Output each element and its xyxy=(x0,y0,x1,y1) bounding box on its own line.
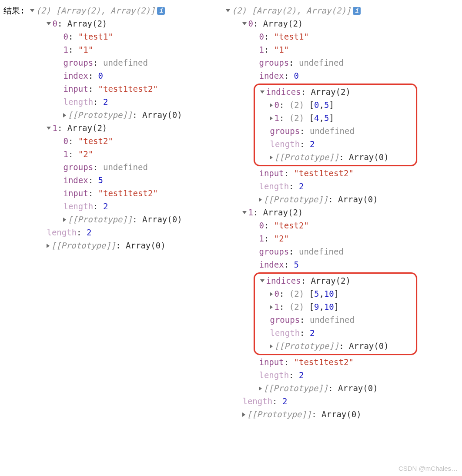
property-input: input: "test1test2" xyxy=(30,187,221,200)
array-row-header[interactable]: 0: Array(2) xyxy=(226,17,417,30)
array-value: 0: "test1" xyxy=(226,30,417,44)
property-length: length: 2 xyxy=(30,96,221,109)
property-groups: groups: undefined xyxy=(255,125,415,138)
property-length: length: 2 xyxy=(255,327,415,340)
property-length: length: 2 xyxy=(30,226,221,239)
array-value: 1: "1" xyxy=(30,44,221,57)
prototype-row[interactable]: [[Prototype]]: Array(0) xyxy=(255,151,415,164)
property-groups: groups: undefined xyxy=(226,245,417,258)
indices-header[interactable]: indices: Array(2) xyxy=(255,275,415,288)
property-length: length: 2 xyxy=(226,180,417,193)
chevron-down-icon[interactable] xyxy=(47,22,51,25)
chevron-down-icon[interactable] xyxy=(260,279,264,282)
property-length: length: 2 xyxy=(226,369,417,382)
property-input: input: "test1test2" xyxy=(30,83,221,96)
property-index: index: 0 xyxy=(30,70,221,83)
prototype-row[interactable]: [[Prototype]]: Array(0) xyxy=(30,213,221,226)
array-value: 1: "1" xyxy=(226,44,417,57)
property-index: index: 0 xyxy=(226,70,417,83)
chevron-right-icon[interactable] xyxy=(270,116,273,121)
indices-row[interactable]: 1: (2) [9, 10] xyxy=(255,301,415,314)
prototype-row[interactable]: [[Prototype]]: Array(0) xyxy=(226,408,417,421)
prototype-row[interactable]: [[Prototype]]: Array(0) xyxy=(30,239,221,252)
chevron-right-icon[interactable] xyxy=(270,344,273,349)
array-value: 0: "test1" xyxy=(30,30,221,44)
property-length: length: 2 xyxy=(30,200,221,213)
chevron-down-icon[interactable] xyxy=(30,9,34,12)
chevron-right-icon[interactable] xyxy=(242,412,245,417)
property-length: length: 2 xyxy=(255,138,415,151)
chevron-right-icon[interactable] xyxy=(270,305,273,309)
array-row-header[interactable]: 1: Array(2) xyxy=(30,122,221,135)
array-count: (2) xyxy=(36,4,50,17)
array-value: 1: "2" xyxy=(226,232,417,245)
chevron-down-icon[interactable] xyxy=(47,127,51,130)
property-index: index: 5 xyxy=(226,258,417,272)
property-groups: groups: undefined xyxy=(255,314,415,327)
property-groups: groups: undefined xyxy=(30,57,221,70)
highlighted-indices-box: indices: Array(2) 0: (2) [0, 5] 1: (2) [… xyxy=(254,84,417,166)
prototype-row[interactable]: [[Prototype]]: Array(0) xyxy=(226,193,417,206)
chevron-down-icon[interactable] xyxy=(260,91,264,94)
console-object-left: (2) [Array(2), Array(2)] i 0: Array(2) 0… xyxy=(30,4,221,421)
info-icon[interactable]: i xyxy=(353,7,361,15)
chevron-right-icon[interactable] xyxy=(270,292,273,296)
property-groups: groups: undefined xyxy=(226,57,417,70)
indices-row[interactable]: 0: (2) [0, 5] xyxy=(255,99,415,112)
array-value: 0: "test2" xyxy=(226,219,417,232)
array-preview: [Array(2), Array(2)] xyxy=(251,4,351,17)
highlighted-indices-box: indices: Array(2) 0: (2) [5, 10] 1: (2) … xyxy=(254,272,417,355)
indices-header[interactable]: indices: Array(2) xyxy=(255,86,415,99)
prototype-row[interactable]: [[Prototype]]: Array(0) xyxy=(226,382,417,395)
chevron-down-icon[interactable] xyxy=(226,9,230,12)
chevron-down-icon[interactable] xyxy=(242,22,247,25)
array-value: 1: "2" xyxy=(30,148,221,161)
array-row-header[interactable]: 0: Array(2) xyxy=(30,17,221,30)
array-preview: [Array(2), Array(2)] xyxy=(56,4,155,17)
chevron-right-icon[interactable] xyxy=(270,155,273,160)
chevron-right-icon[interactable] xyxy=(270,103,273,107)
chevron-right-icon[interactable] xyxy=(63,113,66,117)
property-input: input: "test1test2" xyxy=(226,356,417,369)
chevron-right-icon[interactable] xyxy=(259,386,262,391)
chevron-right-icon[interactable] xyxy=(63,218,66,222)
property-index: index: 5 xyxy=(30,174,221,187)
info-icon[interactable]: i xyxy=(157,7,165,15)
prototype-row[interactable]: [[Prototype]]: Array(0) xyxy=(30,109,221,122)
indices-row[interactable]: 0: (2) [5, 10] xyxy=(255,288,415,301)
array-count: (2) xyxy=(231,4,246,17)
array-row-header[interactable]: 1: Array(2) xyxy=(226,206,417,219)
object-header[interactable]: (2) [Array(2), Array(2)] i xyxy=(226,4,417,17)
chevron-right-icon[interactable] xyxy=(47,244,50,248)
indices-row[interactable]: 1: (2) [4, 5] xyxy=(255,112,415,125)
property-input: input: "test1test2" xyxy=(226,167,417,180)
property-length: length: 2 xyxy=(226,395,417,408)
result-label: 结果: xyxy=(3,4,25,17)
console-object-right: (2) [Array(2), Array(2)] i 0: Array(2) 0… xyxy=(226,4,417,421)
chevron-down-icon[interactable] xyxy=(242,211,247,214)
array-value: 0: "test2" xyxy=(30,135,221,148)
prototype-row[interactable]: [[Prototype]]: Array(0) xyxy=(255,340,415,353)
chevron-right-icon[interactable] xyxy=(259,198,262,202)
property-groups: groups: undefined xyxy=(30,161,221,174)
object-header[interactable]: (2) [Array(2), Array(2)] i xyxy=(30,4,221,17)
